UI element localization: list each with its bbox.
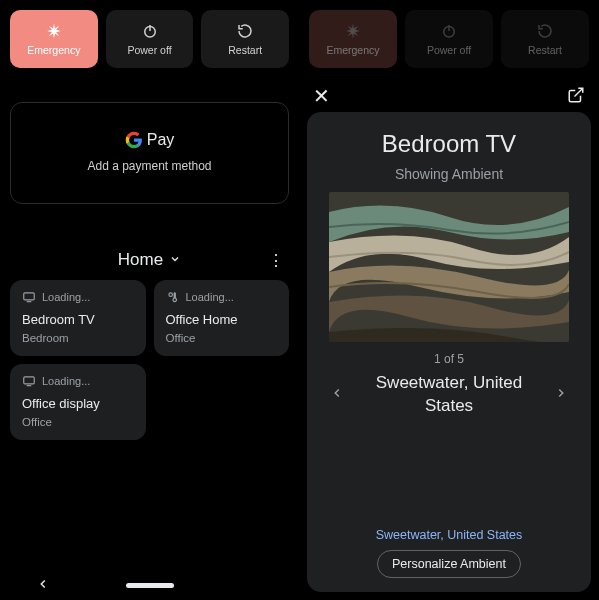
nav-bar — [0, 570, 299, 600]
svg-point-4 — [168, 293, 172, 297]
screen-power-home: Emergency Power off Restart Pay Add a pa — [0, 0, 299, 600]
chevron-down-icon — [169, 253, 181, 268]
svg-line-9 — [575, 88, 583, 96]
power-menu: Emergency Power off Restart — [0, 0, 299, 78]
home-dropdown[interactable]: Home — [118, 250, 181, 270]
tile-loading-text: Loading... — [42, 291, 90, 303]
tile-status-row: Loading... — [22, 290, 134, 304]
tile-status-row: Loading... — [166, 290, 278, 304]
emergency-button: Emergency — [309, 10, 397, 68]
next-artwork-button[interactable] — [548, 380, 574, 410]
tile-name: Office Home — [166, 312, 278, 327]
screen-device-detail: Emergency Power off Restart ✕ Bedroom TV… — [299, 0, 599, 600]
tile-loading-text: Loading... — [42, 375, 90, 387]
tile-name: Bedroom TV — [22, 312, 134, 327]
tile-room: Bedroom — [22, 332, 134, 344]
asterisk-icon — [45, 22, 63, 40]
prev-artwork-button[interactable] — [324, 380, 350, 410]
nav-home-pill[interactable] — [126, 583, 174, 588]
ambient-artwork — [329, 192, 569, 342]
thermostat-icon — [166, 290, 180, 304]
device-tiles: Loading... Bedroom TV Bedroom Loading...… — [10, 280, 289, 440]
home-title-text: Home — [118, 250, 163, 270]
emergency-label: Emergency — [27, 44, 80, 56]
detail-panel-header: ✕ — [299, 78, 599, 110]
device-tile-office-home[interactable]: Loading... Office Home Office — [154, 280, 290, 356]
close-button[interactable]: ✕ — [313, 84, 330, 108]
detail-title: Bedroom TV — [382, 130, 516, 158]
poweroff-label: Power off — [427, 44, 471, 56]
home-header: Home ⋮ — [14, 250, 285, 270]
tile-loading-text: Loading... — [186, 291, 234, 303]
emergency-label: Emergency — [326, 44, 379, 56]
google-g-icon — [125, 131, 143, 149]
artwork-counter: 1 of 5 — [434, 352, 464, 366]
tile-status-row: Loading... — [22, 374, 134, 388]
overflow-menu-button[interactable]: ⋮ — [268, 251, 285, 270]
tile-name: Office display — [22, 396, 134, 411]
restart-label: Restart — [228, 44, 262, 56]
gpay-logo: Pay — [125, 131, 175, 149]
tile-room: Office — [22, 416, 134, 428]
asterisk-icon — [344, 22, 362, 40]
device-tile-bedroom-tv[interactable]: Loading... Bedroom TV Bedroom — [10, 280, 146, 356]
restart-icon — [236, 22, 254, 40]
display-icon — [22, 374, 36, 388]
restart-button: Restart — [501, 10, 589, 68]
device-detail-panel: Bedroom TV Showing Ambient 1 of 5 Sweetw… — [307, 112, 591, 592]
personalize-ambient-button[interactable]: Personalize Ambient — [377, 550, 521, 578]
gpay-card[interactable]: Pay Add a payment method — [10, 102, 289, 204]
poweroff-button: Power off — [405, 10, 493, 68]
nav-back-button[interactable] — [36, 577, 50, 594]
poweroff-label: Power off — [127, 44, 171, 56]
restart-button[interactable]: Restart — [201, 10, 289, 68]
restart-label: Restart — [528, 44, 562, 56]
gpay-subtitle: Add a payment method — [87, 159, 211, 173]
emergency-button[interactable]: Emergency — [10, 10, 98, 68]
poweroff-button[interactable]: Power off — [106, 10, 194, 68]
detail-status: Showing Ambient — [395, 166, 503, 182]
open-external-button[interactable] — [567, 86, 585, 107]
device-tile-office-display[interactable]: Loading... Office display Office — [10, 364, 146, 440]
caption-row: Sweetwater, United States — [319, 372, 579, 418]
svg-rect-2 — [24, 293, 35, 300]
restart-icon — [536, 22, 554, 40]
gpay-brand-text: Pay — [147, 131, 175, 149]
power-icon — [440, 22, 458, 40]
svg-rect-5 — [24, 377, 35, 384]
tile-room: Office — [166, 332, 278, 344]
power-icon — [141, 22, 159, 40]
artwork-location-link[interactable]: Sweetwater, United States — [376, 528, 523, 542]
artwork-caption: Sweetwater, United States — [364, 372, 534, 418]
tv-icon — [22, 290, 36, 304]
power-menu-dimmed: Emergency Power off Restart — [299, 0, 599, 78]
